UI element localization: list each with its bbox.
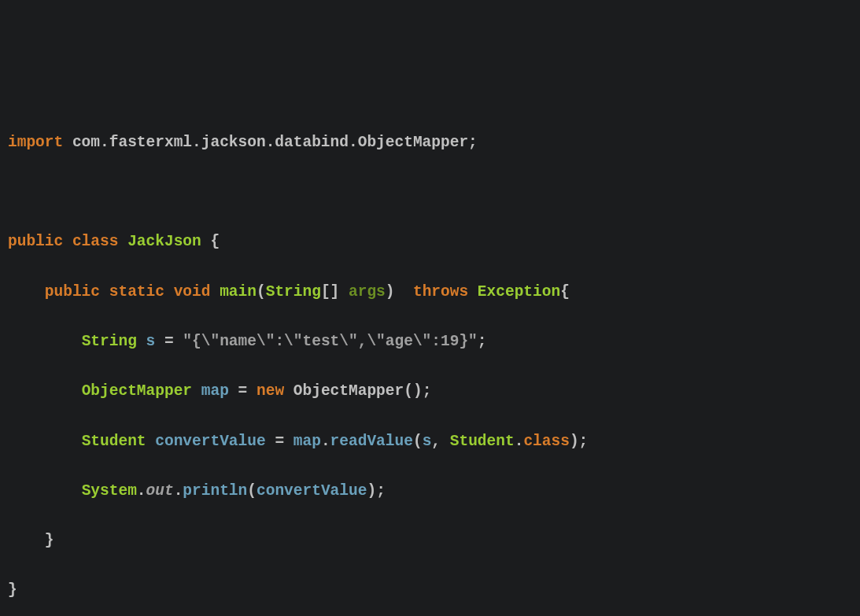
keyword-class: class — [523, 430, 570, 455]
code-line[interactable]: import com.fasterxml.jackson.databind.Ob… — [0, 131, 860, 156]
keyword-import: import — [8, 131, 63, 156]
code-line[interactable]: Student convertValue = map.readValue(s, … — [0, 429, 860, 454]
semicolon: ; — [468, 131, 478, 156]
type-objectmapper: ObjectMapper — [82, 379, 192, 404]
brace-close: } — [45, 529, 54, 554]
type-system: System — [82, 479, 137, 504]
keyword-public: public — [45, 280, 100, 305]
keyword-public: public — [8, 230, 63, 255]
type-student: Student — [82, 430, 146, 455]
package-path: com.fasterxml.jackson.databind.ObjectMap… — [63, 131, 468, 156]
keyword-new: new — [257, 379, 284, 404]
code-line[interactable]: } — [0, 529, 860, 554]
class-name: JackJson — [127, 230, 201, 255]
param-args: args — [349, 280, 386, 305]
keyword-void: void — [174, 280, 211, 305]
code-line[interactable]: ObjectMapper map = new ObjectMapper(); — [0, 379, 860, 404]
keyword-class: class — [72, 230, 119, 255]
method-readvalue: readValue — [330, 430, 413, 455]
var-map: map — [201, 379, 229, 404]
code-line[interactable]: String s = "{\"name\":\"test\",\"age\":1… — [0, 330, 860, 355]
keyword-static: static — [109, 280, 164, 305]
var-convertvalue: convertValue — [155, 430, 265, 455]
method-println: println — [183, 479, 247, 504]
code-line[interactable]: } — [0, 578, 860, 603]
code-line-empty[interactable] — [0, 180, 860, 205]
code-line[interactable]: System.out.println(convertValue); — [0, 479, 860, 504]
field-out: out — [146, 479, 174, 504]
var-s: s — [146, 330, 156, 355]
code-line[interactable]: public static void main(String[] args) t… — [0, 280, 860, 305]
code-line[interactable]: public class JackJson { — [0, 230, 860, 255]
type-exception: Exception — [478, 280, 560, 305]
string-literal: "{\"name\":\"test\",\"age\":19}" — [183, 330, 477, 355]
keyword-throws: throws — [413, 280, 468, 305]
brace-close: } — [8, 578, 17, 603]
type-string: String — [82, 330, 137, 355]
brace: { — [201, 230, 220, 255]
type-string: String — [266, 280, 321, 305]
code-editor[interactable]: import com.fasterxml.jackson.databind.Ob… — [0, 105, 860, 616]
method-main: main — [220, 280, 257, 305]
type-objectmapper: ObjectMapper — [284, 379, 404, 404]
